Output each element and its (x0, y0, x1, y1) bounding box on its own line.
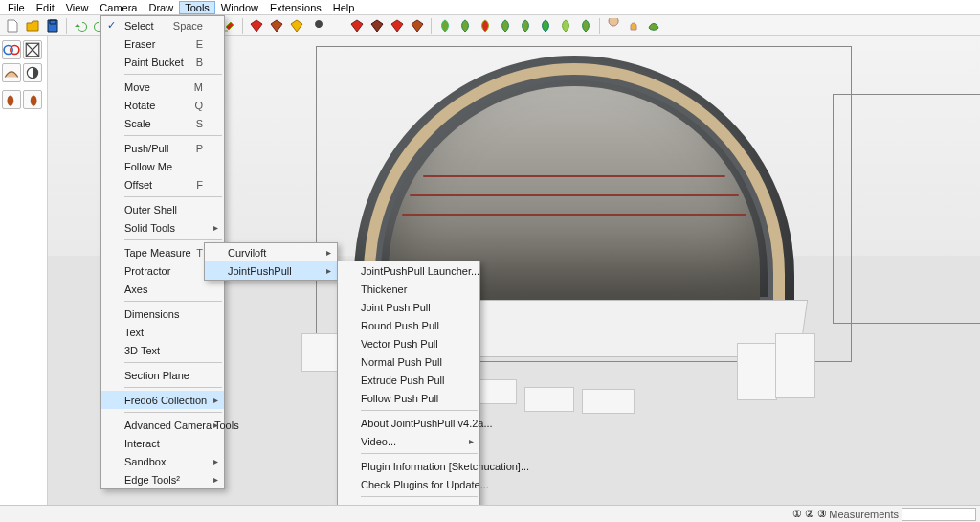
ruby-3-icon[interactable] (288, 17, 305, 34)
menu-item-fredo6-collection[interactable]: Fredo6 Collection (101, 391, 224, 409)
menu-item-about-jointpushpull-v4-2a-[interactable]: About JointPushPull v4.2a... (338, 414, 479, 432)
menu-item-extrude-push-pull[interactable]: Extrude Push Pull (338, 371, 479, 389)
menu-item-scale[interactable]: ScaleS (101, 114, 224, 132)
menu-item-follow-push-pull[interactable]: Follow Push Pull (338, 389, 479, 407)
menu-item-edge-tools-[interactable]: Edge Tools² (101, 470, 224, 488)
bounding-box (833, 94, 980, 324)
face-icon-icon[interactable] (605, 17, 622, 34)
menu-item-solid-tools[interactable]: Solid Tools (101, 218, 224, 237)
menu-item-joint-push-pull[interactable]: Joint Push Pull (338, 298, 479, 316)
menu-item-outer-shell[interactable]: Outer Shell (101, 200, 224, 218)
open-file-icon[interactable] (24, 17, 41, 34)
menu-item-advanced-camera-tools[interactable]: Advanced Camera Tools (101, 416, 224, 434)
menu-item-rotate[interactable]: RotateQ (101, 96, 224, 114)
ruby-1-icon[interactable] (248, 17, 265, 34)
status-info: ① ② ③ (792, 508, 827, 520)
menu-item-plugin-information-sketchucation-[interactable]: Plugin Information [Sketchucation]... (338, 457, 479, 475)
menu-item-curviloft[interactable]: Curviloft (205, 243, 337, 261)
ruby-6-icon[interactable] (389, 17, 406, 34)
ruby-2-icon[interactable] (268, 17, 285, 34)
menu-help[interactable]: Help (327, 1, 361, 14)
leaf-6-icon[interactable] (577, 17, 594, 34)
menu-item-jointpushpull-launcher-[interactable]: JointPushPull Launcher... (338, 261, 479, 280)
ruby-5-icon[interactable] (368, 17, 386, 34)
leaf-4-icon[interactable] (517, 17, 534, 34)
menu-item-select[interactable]: SelectSpace (101, 16, 224, 34)
menu-item-move[interactable]: MoveM (101, 78, 224, 96)
menu-item-vector-push-pull[interactable]: Vector Push Pull (338, 334, 479, 352)
menu-extensions[interactable]: Extensions (264, 1, 327, 14)
menu-item-eraser[interactable]: EraserE (101, 34, 224, 53)
menu-item-check-plugins-for-update-[interactable]: Check Plugins for Update... (338, 475, 479, 493)
menu-item-dimensions[interactable]: Dimensions (101, 305, 224, 323)
menu-item-section-plane[interactable]: Section Plane (101, 366, 224, 384)
ruby-7-icon[interactable] (409, 17, 426, 34)
svg-point-4 (8, 96, 14, 106)
shaded-icon[interactable] (2, 63, 21, 82)
leaf-2-icon[interactable] (457, 17, 474, 34)
leaf-3-icon[interactable] (497, 17, 514, 34)
menu-view[interactable]: View (60, 1, 95, 14)
menu-item-axes[interactable]: Axes (101, 280, 224, 298)
monochrome-icon[interactable] (23, 63, 42, 82)
leaf-5-icon[interactable] (537, 17, 554, 34)
leaf-red-icon[interactable] (477, 17, 494, 34)
save-icon[interactable] (44, 17, 61, 34)
menu-item-normal-push-pull[interactable]: Normal Push Pull (338, 352, 479, 371)
menu-item-video-[interactable]: Video... (338, 432, 479, 450)
menu-item-text[interactable]: Text (101, 323, 224, 341)
xray-icon[interactable] (2, 40, 21, 59)
footprint-right-icon[interactable] (23, 90, 42, 109)
left-tool-panel (0, 36, 48, 505)
wireframe-icon[interactable] (23, 40, 42, 59)
menu-draw[interactable]: Draw (143, 1, 179, 14)
svg-point-1 (11, 46, 19, 55)
footprint-left-icon[interactable] (2, 90, 21, 109)
new-file-icon[interactable] (4, 17, 21, 34)
svg-point-5 (31, 96, 37, 106)
menu-item-interact[interactable]: Interact (101, 434, 224, 452)
menu-item-offset[interactable]: OffsetF (101, 175, 224, 193)
submenu-jointpushpull[interactable]: JointPushPull Launcher...ThickenerJoint … (337, 261, 480, 522)
menu-item-3d-text[interactable]: 3D Text (101, 341, 224, 359)
menu-camera[interactable]: Camera (94, 1, 143, 14)
submenu-fredo6[interactable]: CurviloftJointPushPull (204, 242, 338, 281)
menu-item-round-push-pull[interactable]: Round Push Pull (338, 316, 479, 334)
menu-item-sandbox[interactable]: Sandbox (101, 452, 224, 470)
leaf-lt-icon[interactable] (557, 17, 574, 34)
measurements-input[interactable] (902, 508, 976, 521)
menu-item-thickener[interactable]: Thickener (338, 280, 479, 298)
status-bar: ① ② ③ Measurements (0, 505, 980, 522)
magnify-icon[interactable] (308, 17, 325, 34)
menu-item-follow-me[interactable]: Follow Me (101, 157, 224, 175)
measurements-label: Measurements (829, 509, 899, 520)
menu-tools[interactable]: Tools (179, 1, 215, 14)
menu-file[interactable]: File (2, 1, 31, 14)
leaf-1-icon[interactable] (436, 17, 454, 34)
undo-icon[interactable] (72, 17, 89, 34)
menu-edit[interactable]: Edit (31, 1, 60, 14)
menu-item-push-pull[interactable]: Push/PullP (101, 139, 224, 157)
ear-icon-icon[interactable] (625, 17, 642, 34)
frog-icon-icon[interactable] (645, 17, 662, 34)
menu-window[interactable]: Window (215, 1, 264, 14)
ruby-4-icon[interactable] (348, 17, 366, 34)
menu-item-paint-bucket[interactable]: Paint BucketB (101, 53, 224, 71)
zoom-extents-icon[interactable] (328, 17, 345, 34)
menu-bar: FileEditViewCameraDrawToolsWindowExtensi… (0, 0, 980, 15)
menu-item-jointpushpull[interactable]: JointPushPull (205, 261, 337, 280)
